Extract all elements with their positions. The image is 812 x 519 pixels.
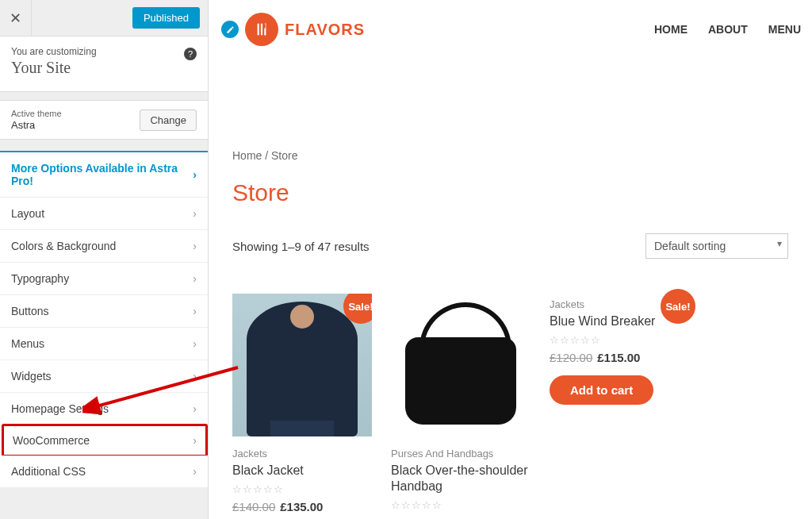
site-header: FLAVORS HOME ABOUT MENU (209, 0, 812, 54)
site-preview: FLAVORS HOME ABOUT MENU Home / Store Sto… (209, 0, 812, 519)
section-woocommerce[interactable]: WooCommerce› (2, 424, 208, 457)
customizing-label: You are customizing (11, 46, 197, 57)
chevron-right-icon: › (193, 465, 197, 478)
chevron-right-icon: › (193, 370, 197, 383)
section-label: Typography (11, 272, 69, 285)
product-name[interactable]: Black Jacket (232, 463, 372, 479)
section-label: Buttons (11, 305, 48, 317)
nav-home[interactable]: HOME (654, 23, 688, 36)
breadcrumb: Home / Store (232, 149, 788, 162)
chevron-right-icon: › (193, 337, 197, 350)
chevron-right-icon: › (193, 402, 197, 415)
section-widgets[interactable]: Widgets› (0, 360, 208, 393)
price-old: £140.00 (232, 500, 275, 513)
section-label: Additional CSS (11, 465, 86, 478)
product-card[interactable]: Sale! Jackets Black Jacket ☆☆☆☆☆ £140.00… (232, 294, 372, 519)
active-theme-panel: Active theme Astra Change (0, 100, 208, 140)
section-additional-css[interactable]: Additional CSS› (0, 456, 208, 488)
customizer-sections: More Options Available in Astra Pro! › L… (0, 151, 208, 488)
crumb-home[interactable]: Home (232, 149, 262, 162)
section-label: Homepage Settings (11, 402, 109, 415)
sort-select[interactable]: Default sorting (645, 233, 788, 259)
logo-icon (245, 13, 278, 46)
product-name[interactable]: Black Over-the-shoulder Handbag (391, 463, 530, 494)
chevron-right-icon: › (193, 240, 197, 252)
section-typography[interactable]: Typography› (0, 263, 208, 295)
close-button[interactable]: ✕ (0, 0, 32, 37)
site-logo[interactable]: FLAVORS (221, 13, 365, 46)
nav-about[interactable]: ABOUT (708, 23, 748, 36)
rating-stars: ☆☆☆☆☆ (550, 334, 689, 346)
result-count: Showing 1–9 of 47 results (232, 240, 370, 253)
page-content: Home / Store Store Showing 1–9 of 47 res… (209, 149, 812, 519)
page-title: Store (232, 179, 788, 206)
site-name: Your Site (11, 59, 197, 77)
section-menus[interactable]: Menus› (0, 328, 208, 360)
rating-stars: ☆☆☆☆☆ (391, 499, 530, 511)
brand-text: FLAVORS (285, 21, 365, 39)
price-current: £135.00 (280, 500, 323, 513)
sale-badge: Sale! (661, 289, 695, 324)
product-category: Jackets (232, 448, 372, 459)
publish-button[interactable]: Published (132, 7, 200, 29)
add-to-cart-button[interactable]: Add to cart (550, 375, 653, 405)
promo-row[interactable]: More Options Available in Astra Pro! › (0, 152, 208, 198)
section-label: Menus (11, 337, 44, 350)
store-toolbar: Showing 1–9 of 47 results Default sortin… (232, 233, 788, 259)
section-label: Layout (11, 207, 44, 220)
chevron-right-icon: › (193, 434, 197, 447)
customizer-sidebar: ✕ Published You are customizing Your Sit… (0, 0, 209, 519)
section-layout[interactable]: Layout› (0, 198, 208, 230)
help-icon[interactable]: ? (184, 48, 197, 60)
crumb-sep: / (265, 149, 268, 162)
nav-menu[interactable]: MENU (768, 23, 801, 36)
product-price: £140.00£135.00 (232, 500, 372, 513)
crumb-current: Store (271, 149, 297, 162)
product-image[interactable] (391, 294, 530, 436)
chevron-right-icon: › (193, 305, 197, 317)
product-card[interactable]: Sale! Jackets Blue Wind Breaker ☆☆☆☆☆ £1… (550, 294, 689, 519)
svg-rect-2 (258, 23, 259, 35)
product-grid: Sale! Jackets Black Jacket ☆☆☆☆☆ £140.00… (232, 294, 788, 519)
product-price: £120.00£115.00 (550, 351, 689, 364)
active-theme-label: Active theme (11, 109, 62, 118)
price-current: £115.00 (597, 351, 640, 364)
section-label: Widgets (11, 370, 52, 383)
chevron-right-icon: › (193, 168, 197, 181)
chevron-right-icon: › (193, 207, 197, 220)
section-homepage[interactable]: Homepage Settings› (0, 393, 208, 425)
chevron-right-icon: › (193, 272, 197, 285)
sort-dropdown[interactable]: Default sorting (645, 233, 788, 259)
svg-rect-3 (261, 23, 262, 35)
product-card[interactable]: Purses And Handbags Black Over-the-shoul… (391, 294, 530, 519)
change-theme-button[interactable]: Change (140, 110, 197, 131)
section-label: Colors & Background (11, 240, 116, 252)
promo-label: More Options Available in Astra Pro! (11, 162, 193, 187)
product-category: Purses And Handbags (391, 448, 530, 459)
product-price: £75.00 (391, 516, 530, 519)
rating-stars: ☆☆☆☆☆ (232, 483, 372, 495)
active-theme-name: Astra (11, 119, 62, 131)
price-current: £75.00 (391, 516, 427, 519)
edit-pencil-icon[interactable] (221, 21, 239, 38)
customizer-info: You are customizing Your Site ? (0, 37, 208, 92)
close-icon: ✕ (10, 10, 21, 27)
section-colors[interactable]: Colors & Background› (0, 230, 208, 263)
section-label: WooCommerce (13, 434, 90, 447)
customizer-header: ✕ Published (0, 0, 208, 37)
price-old: £120.00 (550, 351, 592, 364)
section-buttons[interactable]: Buttons› (0, 295, 208, 328)
main-nav: HOME ABOUT MENU (654, 23, 801, 36)
product-image[interactable]: Sale! (232, 294, 372, 436)
